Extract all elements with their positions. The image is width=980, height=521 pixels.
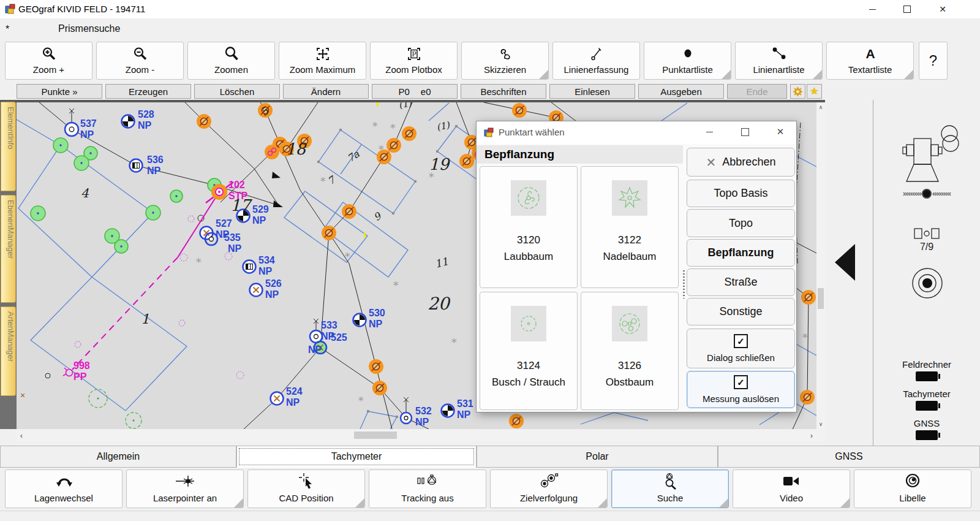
parcel-label: 19	[429, 155, 451, 173]
map-vertical-scrollbar[interactable]: ∧ ∨	[816, 102, 825, 429]
map-point-532	[401, 413, 412, 424]
dialog-cancel-button[interactable]: ✕ Abbrechen	[687, 148, 795, 177]
point-code-label: NP	[147, 165, 161, 176]
scroll-left-icon[interactable]: ‹	[17, 429, 26, 441]
panel-collapse-arrow[interactable]	[835, 244, 855, 281]
pointtype-card-laubbaum[interactable]: 3120 Laubbaum	[480, 166, 578, 288]
pointtype-card-obstbaum[interactable]: 3126 Obstbaum	[581, 292, 679, 410]
category-label: Bepflanzung	[708, 246, 774, 259]
pointtype-name: Nadelbaum	[581, 251, 678, 263]
pointtype-name: Busch / Strauch	[480, 376, 577, 389]
category-button-topo-basis[interactable]: Topo Basis	[687, 180, 795, 207]
category-button-bepflanzung[interactable]: Bepflanzung	[687, 239, 795, 267]
menu-ausgeben[interactable]: Ausgeben	[638, 84, 724, 99]
dialog-close-button[interactable]: ✕	[766, 121, 795, 142]
menu-einlesen[interactable]: Einlesen	[549, 84, 635, 99]
scroll-up-icon[interactable]: ∧	[816, 102, 825, 112]
dialog-titlebar[interactable]: Punktart wählen ✕	[477, 121, 796, 144]
cad-position-icon	[248, 473, 364, 490]
svg-text:P: P	[412, 50, 417, 58]
scroll-right-icon[interactable]: ›	[807, 429, 816, 441]
menu-beschriften[interactable]: Beschriften	[461, 84, 546, 99]
cancel-x-icon: ✕	[706, 155, 717, 170]
dialog-maximize-button[interactable]	[730, 121, 760, 142]
toolbar-button-linienerfassung[interactable]: Linienerfassung	[552, 42, 640, 80]
maximize-button[interactable]	[893, 0, 921, 18]
control-point-id-label: 102	[228, 180, 245, 190]
pointtype-name: Obstbaum	[581, 376, 678, 389]
map-point-534	[243, 260, 256, 273]
toolbar-button-zoom-maximum[interactable]: Zoom Maximum	[279, 42, 366, 80]
checkbox-checked-icon: ✓	[734, 334, 748, 348]
menu-erzeugen[interactable]: Erzeugen	[105, 84, 191, 99]
menu-label: Punkte »	[41, 86, 77, 97]
toolbar-button-zoom-plotbox[interactable]: P Zoom Plotbox	[370, 42, 458, 80]
dialog-minimize-button[interactable]	[695, 121, 724, 142]
bottom-button-video[interactable]: Video	[733, 470, 850, 508]
tab-allgemein[interactable]: Allgemein	[0, 446, 236, 468]
map-horizontal-scrollbar[interactable]: ‹ ›	[17, 429, 816, 441]
dialog-category-header: Bepflanzung	[477, 145, 683, 164]
zoom-in-icon	[6, 45, 92, 63]
checkbox-dialog-schliessen[interactable]: ✓ Dialog schließen	[687, 329, 795, 368]
signal-link-icon: ›››››››››› ‹‹‹‹‹‹‹‹‹‹	[882, 189, 971, 199]
dropdown-corner-icon	[840, 498, 850, 508]
menu-p0-e0[interactable]: P0e0	[372, 84, 458, 99]
line-symbol-icon	[736, 45, 822, 63]
toolbar-button-linienartliste[interactable]: Linienartliste	[735, 42, 823, 80]
video-camera-icon	[733, 473, 850, 490]
bottom-button-zielverfolgung[interactable]: Zielverfolgung	[490, 470, 608, 508]
sidetab-elementinfo[interactable]: ElementInfo	[1, 102, 16, 191]
bottom-button-laserpointer[interactable]: Laserpointer an	[126, 470, 244, 508]
dropdown-corner-icon	[904, 70, 913, 79]
map-point-524	[271, 392, 284, 405]
scroll-down-icon[interactable]: ∨	[816, 419, 825, 429]
vertical-scroll-thumb[interactable]	[818, 288, 824, 309]
svg-text:*: *	[372, 120, 378, 132]
bottom-button-suche[interactable]: Suche	[611, 470, 729, 508]
map-point-528	[122, 115, 135, 128]
toolbar-button-textartliste[interactable]: A Textartliste	[826, 42, 914, 80]
category-button-sonstige[interactable]: Sonstige	[687, 298, 795, 325]
minimize-button[interactable]	[858, 0, 886, 18]
checkbox-messung-ausloesen[interactable]: ✓ Messung auslösen	[687, 371, 795, 408]
pointtype-card-nadelbaum[interactable]: 3122 Nadelbaum	[581, 166, 679, 288]
battery-status-gnss	[916, 430, 938, 440]
tab-polar[interactable]: Polar	[477, 446, 718, 468]
menu-label: Einlesen	[575, 86, 610, 97]
sidetab-ebenenmanager[interactable]: EbenenManager	[1, 195, 16, 303]
pointtype-code: 3126	[581, 360, 678, 372]
bottom-button-tracking[interactable]: Tracking aus	[369, 470, 486, 508]
tab-tachymeter[interactable]: Tachymeter	[236, 446, 477, 468]
menu-loeschen[interactable]: Löschen	[194, 84, 280, 99]
horizontal-scroll-thumb[interactable]	[354, 432, 397, 439]
dialog-splitter-handle[interactable]	[683, 270, 685, 299]
toolbar-button-skizzieren[interactable]: Skizzieren	[461, 42, 549, 80]
close-button[interactable]: ✕	[929, 0, 957, 18]
toolbar-button-zoom-out[interactable]: Zoom -	[96, 42, 184, 80]
pointtype-card-busch[interactable]: 3124 Busch / Strauch	[480, 292, 578, 410]
dropdown-corner-icon	[355, 498, 364, 508]
help-button[interactable]: ?	[919, 42, 948, 80]
control-point-id-label: 998	[74, 360, 90, 371]
map-point-526	[250, 284, 263, 297]
menu-punkte[interactable]: Punkte »	[17, 84, 102, 99]
bottom-button-lagenwechsel[interactable]: Lagenwechsel	[5, 470, 123, 508]
category-button-strasse[interactable]: Straße	[687, 268, 795, 296]
button-label: CAD Position	[248, 493, 364, 503]
control-point-code-label: PP	[74, 371, 87, 382]
toolbar-button-punktartliste[interactable]: Punktartliste	[644, 42, 731, 80]
favorite-star-button[interactable]: ★	[807, 84, 822, 99]
category-button-topo[interactable]: Topo	[687, 209, 795, 237]
sidetab-artenmanager[interactable]: ArtenManager	[1, 306, 16, 396]
button-label: Skizzieren	[462, 64, 548, 75]
bottom-button-cad-position[interactable]: CAD Position	[247, 470, 365, 508]
menu-aendern[interactable]: Ändern	[283, 84, 369, 99]
status-mode-label: Prismensuche	[58, 23, 120, 34]
tab-gnss[interactable]: GNSS	[718, 446, 980, 468]
settings-gear-button[interactable]	[790, 84, 805, 99]
toolbar-button-zoomen[interactable]: Zoomen	[187, 42, 275, 80]
bottom-button-libelle[interactable]: Libelle	[854, 470, 971, 508]
toolbar-button-zoom-in[interactable]: Zoom +	[5, 42, 92, 80]
close-icon: ✕	[939, 5, 946, 13]
